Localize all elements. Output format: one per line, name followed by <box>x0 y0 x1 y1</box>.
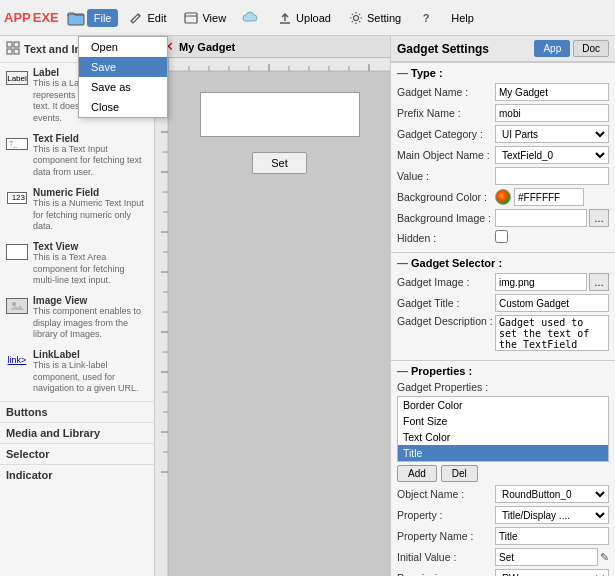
tab-app[interactable]: App <box>534 40 570 57</box>
value-row: Value : <box>397 167 609 185</box>
gadget-selector-title: Gadget Selector : <box>411 257 502 269</box>
help-question-button[interactable]: ? <box>410 6 442 30</box>
list-item[interactable]: Image View This component enables to dis… <box>0 291 154 345</box>
value-input[interactable] <box>495 167 609 185</box>
media-section-header: Media and Library <box>0 422 154 441</box>
gadget-image-row: Gadget Image : … <box>397 273 609 291</box>
prefix-name-row: Prefix Name : <box>397 104 609 122</box>
gadget-title-label: Gadget Title : <box>397 297 495 309</box>
svg-point-6 <box>353 15 358 20</box>
cloud-button[interactable] <box>235 6 267 30</box>
gadget-category-select[interactable]: UI Parts <box>495 125 609 143</box>
tab-doc[interactable]: Doc <box>573 40 609 57</box>
indicator-section-header: Indicator <box>0 464 154 483</box>
folder-icon[interactable] <box>67 9 85 27</box>
type-section-icon: — <box>397 67 408 79</box>
upload-button[interactable]: Upload <box>269 6 338 30</box>
property-select[interactable]: Title/Display .... <box>495 506 609 524</box>
permission-select[interactable]: RW <box>495 569 609 576</box>
menu-open[interactable]: Open <box>79 37 167 57</box>
gadget-category-label: Gadget Category : <box>397 128 495 140</box>
prop-item[interactable]: Font Size <box>398 413 608 429</box>
gadget-title-input[interactable] <box>495 294 609 312</box>
file-menu-dropdown: Open Save Save as Close <box>78 36 168 118</box>
list-item[interactable]: Text View This is a Text Area component … <box>0 237 154 291</box>
permission-label: Permission : <box>397 572 495 576</box>
menu-close[interactable]: Close <box>79 97 167 117</box>
textfield-icon: T_ <box>6 133 28 155</box>
properties-list: Border Color Font Size Text Color Title <box>397 396 609 462</box>
menu-save[interactable]: Save <box>79 57 167 77</box>
edit-label: Edit <box>147 12 166 24</box>
widget-list: Label Label This is a Label component, r… <box>0 63 154 576</box>
hidden-checkbox[interactable] <box>495 230 508 243</box>
widget-desc: This is a Text Input component for fetch… <box>33 144 148 179</box>
gadget-name-input[interactable] <box>495 83 609 101</box>
right-panel-header: Gadget Settings App Doc <box>391 36 615 62</box>
question-icon: ? <box>417 9 435 27</box>
file-menu-button[interactable]: File <box>87 9 119 27</box>
list-item[interactable]: link> LinkLabel This is a Link-label com… <box>0 345 154 399</box>
object-name-select[interactable]: RoundButton_0 <box>495 485 609 503</box>
gadget-name-row: Gadget Name : <box>397 83 609 101</box>
svg-rect-2 <box>185 13 197 23</box>
horizontal-ruler <box>169 58 390 71</box>
properties-section: — Properties : Gadget Properties : Borde… <box>391 360 615 576</box>
initial-value-label: Initial Value : <box>397 551 495 563</box>
setting-label: Setting <box>367 12 401 24</box>
widget-title: Numeric Field <box>33 187 148 198</box>
prop-item[interactable]: Text Color <box>398 429 608 445</box>
color-picker-icon[interactable] <box>495 189 511 205</box>
widget-title: LinkLabel <box>33 349 148 360</box>
property-name-input[interactable] <box>495 527 609 545</box>
gadget-title-row: Gadget Title : <box>397 294 609 312</box>
canvas-title: My Gadget <box>179 41 235 53</box>
list-item[interactable]: T_ Text Field This is a Text Input compo… <box>0 129 154 183</box>
bg-image-browse-button[interactable]: … <box>589 209 609 227</box>
svg-rect-10 <box>14 49 19 54</box>
canvas-header: ✕ My Gadget <box>155 36 390 58</box>
property-name-row: Property Name : <box>397 527 609 545</box>
initial-value-edit-icon[interactable]: ✎ <box>600 551 609 564</box>
gadget-desc-textarea[interactable]: Gadget used to set the text of the TextF… <box>495 315 609 351</box>
view-button[interactable]: View <box>175 6 233 30</box>
gear-icon <box>347 9 365 27</box>
setting-button[interactable]: Setting <box>340 6 408 30</box>
gadget-image-input[interactable] <box>495 273 587 291</box>
window-icon <box>182 9 200 27</box>
bg-color-input[interactable] <box>514 188 584 206</box>
svg-rect-7 <box>7 42 12 47</box>
svg-rect-0 <box>68 14 84 25</box>
bg-image-row: Background Image : … <box>397 209 609 227</box>
help-button[interactable]: Help <box>444 9 481 27</box>
widget-desc: This is a Link-label component, used for… <box>33 360 148 395</box>
right-panel: Gadget Settings App Doc — Type : Gadget … <box>390 36 615 576</box>
prop-item-selected[interactable]: Title <box>398 445 608 461</box>
svg-rect-11 <box>10 300 24 312</box>
help-label: Help <box>451 12 474 24</box>
app-name-part2: EXE <box>33 10 59 25</box>
del-prop-button[interactable]: Del <box>441 465 478 482</box>
bg-image-input[interactable] <box>495 209 587 227</box>
gadget-image-label: Gadget Image : <box>397 276 495 288</box>
prefix-name-input[interactable] <box>495 104 609 122</box>
widget-desc: This is a Text Area component for fetchi… <box>33 252 148 287</box>
value-label: Value : <box>397 170 495 182</box>
object-name-row: Object Name : RoundButton_0 <box>397 485 609 503</box>
canvas-panel: ✕ My Gadget <box>155 36 390 576</box>
add-prop-button[interactable]: Add <box>397 465 437 482</box>
gadget-props-label: Gadget Properties : <box>397 381 495 393</box>
buttons-section-header: Buttons <box>0 401 154 420</box>
main-object-select[interactable]: TextField_0 <box>495 146 609 164</box>
gadget-props-row: Gadget Properties : <box>397 381 609 393</box>
prop-item[interactable]: Border Color <box>398 397 608 413</box>
canvas-textfield-widget[interactable] <box>200 92 360 137</box>
menu-save-as[interactable]: Save as <box>79 77 167 97</box>
canvas-set-button[interactable]: Set <box>252 152 307 174</box>
gadget-image-browse-button[interactable]: … <box>589 273 609 291</box>
toolbar: APPEXE File Edit View Upload Setting <box>0 0 615 36</box>
initial-value-input[interactable] <box>495 548 598 566</box>
edit-button[interactable]: Edit <box>120 6 173 30</box>
list-item[interactable]: 123 Numeric Field This is a Numeric Text… <box>0 183 154 237</box>
gadget-selector-icon: — <box>397 257 408 269</box>
